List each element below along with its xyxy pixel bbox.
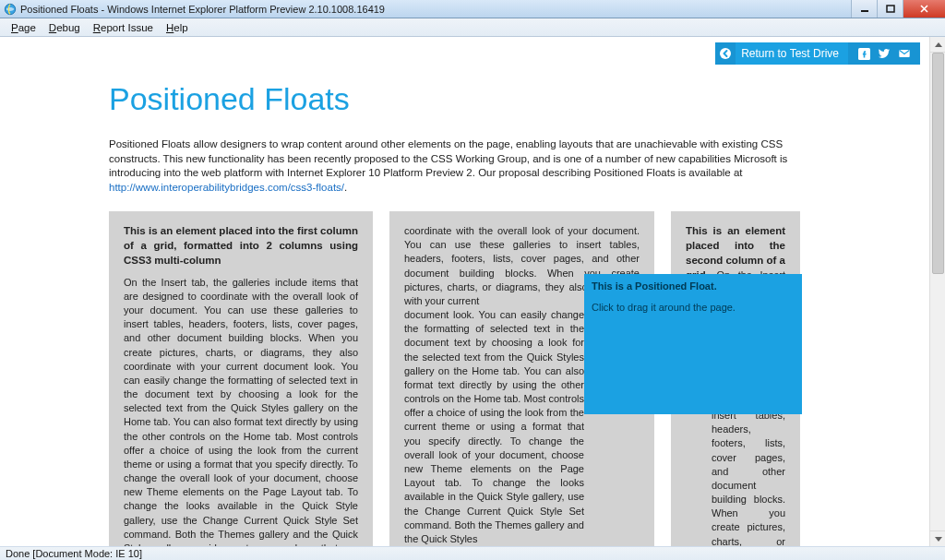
menu-help[interactable]: Help bbox=[161, 21, 194, 34]
svg-rect-2 bbox=[887, 6, 894, 12]
twitter-icon[interactable] bbox=[878, 47, 891, 60]
status-bar: Done [Document Mode: IE 10] bbox=[0, 546, 945, 560]
col2-narrow: document look. You can easily change the… bbox=[404, 308, 584, 546]
column-1: This is an element placed into the first… bbox=[109, 211, 373, 546]
return-to-test-drive[interactable]: Return to Test Drive bbox=[715, 42, 920, 65]
facebook-icon[interactable] bbox=[857, 47, 870, 60]
svg-rect-1 bbox=[861, 10, 868, 12]
viewport: Return to Test Drive Po bbox=[0, 37, 945, 546]
window-buttons bbox=[851, 0, 945, 18]
maximize-button[interactable] bbox=[877, 0, 903, 18]
col1-lead: This is an element placed into the first… bbox=[124, 224, 358, 268]
col1-body: On the Insert tab, the galleries include… bbox=[124, 276, 358, 546]
intro-paragraph: Positioned Floats allow designers to wra… bbox=[109, 137, 819, 195]
back-arrow-icon bbox=[715, 42, 736, 65]
positioned-float[interactable]: This is a Positioned Float. Click to dra… bbox=[584, 274, 802, 414]
scroll-up-button[interactable] bbox=[930, 37, 945, 53]
return-label: Return to Test Drive bbox=[736, 47, 848, 60]
scroll-thumb[interactable] bbox=[932, 53, 944, 274]
column-2: coordinate with the overall look of your… bbox=[389, 211, 654, 546]
status-text: Done [Document Mode: IE 10] bbox=[6, 548, 142, 559]
menu-bar: Page Debug Report Issue Help bbox=[0, 18, 945, 37]
top-toolbar: Return to Test Drive bbox=[0, 37, 929, 65]
float-title: This is a Positioned Float. bbox=[592, 280, 717, 292]
menu-debug[interactable]: Debug bbox=[43, 21, 86, 34]
mail-icon[interactable] bbox=[898, 47, 911, 60]
demo-columns: This is an element placed into the first… bbox=[109, 211, 819, 546]
float-hint: Click to drag it around the page. bbox=[592, 301, 795, 315]
window-title: Positioned Floats - Windows Internet Exp… bbox=[20, 4, 385, 15]
vertical-scrollbar[interactable] bbox=[929, 37, 945, 546]
menu-report-issue[interactable]: Report Issue bbox=[88, 21, 159, 34]
menu-page[interactable]: Page bbox=[6, 21, 42, 34]
minimize-button[interactable] bbox=[851, 0, 877, 18]
scroll-down-button[interactable] bbox=[930, 530, 945, 546]
ie-icon bbox=[4, 3, 17, 16]
page-title: Positioned Floats bbox=[109, 81, 819, 117]
intro-link[interactable]: http://www.interoperabilitybridges.com/c… bbox=[109, 182, 344, 193]
close-button[interactable] bbox=[903, 0, 945, 18]
window-title-bar: Positioned Floats - Windows Internet Exp… bbox=[0, 0, 945, 18]
svg-point-3 bbox=[720, 48, 731, 59]
